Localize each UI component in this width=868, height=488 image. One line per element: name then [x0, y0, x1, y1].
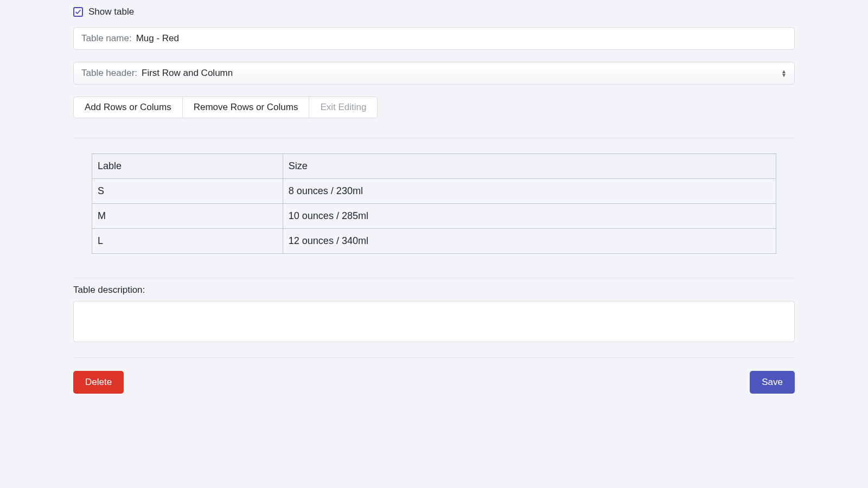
remove-rows-cols-button[interactable]: Remove Rows or Colums	[183, 97, 310, 118]
data-table: Lable Size S 8 ounces / 230ml M 10 ounce…	[92, 153, 776, 254]
show-table-label: Show table	[88, 7, 134, 17]
check-icon	[75, 9, 81, 15]
add-rows-cols-button[interactable]: Add Rows or Colums	[73, 97, 183, 118]
table-cell[interactable]: 10 ounces / 285ml	[283, 204, 776, 229]
table-name-value: Mug - Red	[136, 33, 179, 44]
save-button[interactable]: Save	[750, 371, 795, 394]
table-cell[interactable]: M	[92, 204, 283, 229]
table-header-label: Table header:	[81, 68, 137, 79]
table-cell[interactable]: 8 ounces / 230ml	[283, 179, 776, 204]
table-name-field[interactable]: Table name: Mug - Red	[73, 27, 795, 50]
table-row: M 10 ounces / 285ml	[92, 204, 776, 229]
table-row: S 8 ounces / 230ml	[92, 179, 776, 204]
table-cell[interactable]: 12 ounces / 340ml	[283, 229, 776, 254]
exit-editing-button[interactable]: Exit Editing	[309, 97, 378, 118]
delete-button[interactable]: Delete	[73, 371, 124, 394]
table-header-cell[interactable]: Lable	[92, 154, 283, 179]
table-header-value: First Row and Column	[142, 68, 233, 79]
table-row: L 12 ounces / 340ml	[92, 229, 776, 254]
table-header-select[interactable]: Table header: First Row and Column ▲▼	[73, 62, 795, 85]
description-textarea[interactable]	[73, 301, 795, 342]
description-label: Table description:	[73, 285, 795, 296]
table-header-cell[interactable]: Size	[283, 154, 776, 179]
divider	[73, 278, 795, 278]
show-table-checkbox[interactable]	[73, 7, 83, 17]
table-cell[interactable]: S	[92, 179, 283, 204]
divider	[73, 138, 795, 138]
edit-button-group: Add Rows or Colums Remove Rows or Colums…	[73, 97, 378, 118]
table-name-label: Table name:	[81, 33, 132, 44]
select-chevrons-icon: ▲▼	[781, 69, 787, 77]
divider	[73, 357, 795, 358]
table-cell[interactable]: L	[92, 229, 283, 254]
